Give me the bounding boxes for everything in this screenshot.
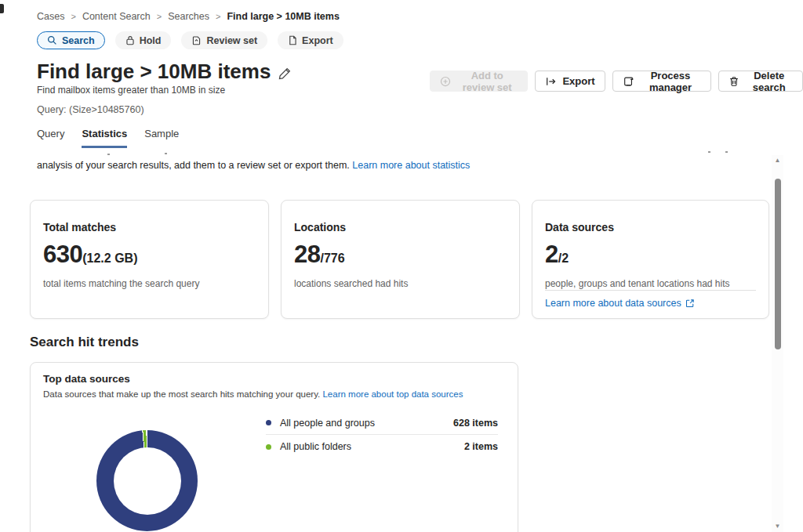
learn-more-top-data-sources-link[interactable]: Learn more about top data sources (322, 389, 463, 399)
clipped-text-remnant (708, 151, 710, 153)
locations-value: 28 /776 (294, 241, 507, 269)
hold-pill-label: Hold (140, 35, 162, 46)
export-button[interactable]: Export (535, 71, 605, 92)
clipped-text-remnant (107, 154, 110, 155)
learn-more-statistics-link[interactable]: Learn more about statistics (352, 160, 470, 171)
tab-sample[interactable]: Sample (144, 128, 179, 148)
legend-label: All public folders (280, 441, 464, 452)
scroll-down-arrow[interactable]: ▼ (772, 521, 783, 532)
locations-title: Locations (294, 221, 507, 233)
statistics-intro-text: analysis of your search results, add the… (37, 160, 350, 171)
page-subtitle: Find mailbox items greater than 10MB in … (37, 85, 225, 96)
legend-label: All people and groups (280, 418, 453, 429)
breadcrumb-searches[interactable]: Searches (168, 11, 209, 22)
data-sources-card: Data sources 2 /2 people, groups and ten… (532, 200, 769, 319)
clipped-text-remnant (165, 153, 167, 154)
total-matches-caption: total items matching the search query (43, 278, 256, 289)
locations-card: Locations 28 /776 locations searched had… (281, 200, 520, 319)
legend-value: 628 items (453, 418, 498, 429)
legend-dot-green (266, 444, 271, 450)
clipped-text-remnant (725, 151, 728, 153)
lock-icon (125, 35, 135, 45)
total-matches-size: (12.2 GB) (82, 252, 137, 266)
add-to-review-set-label: Add to review set (456, 70, 518, 93)
review-set-icon (191, 35, 202, 45)
total-matches-value: 630 (12.2 GB) (43, 241, 256, 269)
export-pill[interactable]: Export (278, 31, 343, 49)
locations-number: 28 (294, 241, 320, 269)
data-sources-caption: people, groups and tenant locations had … (545, 278, 756, 289)
scroll-icon (623, 76, 634, 87)
total-matches-card: Total matches 630 (12.2 GB) total items … (30, 200, 269, 319)
vertical-scrollbar: ▲ ▼ (772, 155, 783, 532)
locations-total: /776 (320, 252, 344, 266)
pill-toolbar: Search Hold Review set Export (37, 31, 343, 49)
scrollbar-thumb[interactable] (775, 179, 781, 349)
donut-chart (96, 430, 198, 531)
scroll-up-arrow[interactable]: ▲ (772, 155, 783, 166)
data-sources-total: /2 (558, 252, 569, 266)
search-pill[interactable]: Search (37, 31, 105, 49)
edit-pencil-icon[interactable] (278, 67, 292, 80)
page-title: Find large > 10MB items (37, 60, 292, 84)
process-manager-button[interactable]: Process manager (612, 71, 712, 92)
total-matches-number: 630 (43, 241, 82, 269)
tab-bar: Query Statistics Sample (37, 128, 179, 148)
legend-row-people-groups[interactable]: All people and groups 628 items (266, 411, 498, 435)
top-data-sources-card: Top data sources Data sources that make … (30, 362, 518, 532)
delete-search-label: Delete search (745, 70, 793, 93)
legend-value: 2 items (464, 441, 498, 452)
data-sources-value: 2 /2 (545, 241, 756, 269)
breadcrumb-separator-icon: > (157, 12, 162, 21)
export-pill-label: Export (302, 35, 333, 46)
total-matches-title: Total matches (43, 221, 256, 233)
top-data-sources-title: Top data sources (43, 373, 505, 385)
top-data-sources-subtitle-text: Data sources that make up the most searc… (43, 389, 320, 399)
legend-dot-blue (266, 420, 271, 425)
trash-icon (729, 76, 739, 87)
data-sources-number: 2 (545, 241, 558, 269)
document-icon (288, 35, 297, 45)
delete-search-button[interactable]: Delete search (718, 71, 803, 92)
tab-statistics[interactable]: Statistics (82, 128, 127, 148)
search-hit-trends-heading: Search hit trends (30, 335, 139, 350)
page-title-text: Find large > 10MB items (37, 60, 271, 84)
review-set-pill-label: Review set (206, 35, 257, 46)
export-button-label: Export (562, 75, 594, 87)
add-circle-icon (440, 76, 451, 87)
breadcrumb-cases[interactable]: Cases (37, 11, 64, 22)
donut-legend: All people and groups 628 items All publ… (266, 411, 498, 458)
external-link-icon (685, 299, 695, 308)
tab-query[interactable]: Query (37, 128, 64, 148)
learn-more-data-sources-link[interactable]: Learn more about data sources (545, 298, 681, 309)
data-sources-title: Data sources (545, 221, 756, 233)
card-divider (545, 290, 756, 291)
top-data-sources-subtitle: Data sources that make up the most searc… (43, 389, 505, 399)
locations-caption: locations searched had hits (294, 278, 507, 289)
left-edge-artifact (0, 4, 4, 13)
add-to-review-set-button: Add to review set (430, 71, 528, 92)
breadcrumb-separator-icon: > (71, 12, 75, 21)
breadcrumb-content-search[interactable]: Content Search (82, 11, 151, 22)
search-pill-label: Search (62, 35, 95, 46)
hold-pill[interactable]: Hold (115, 31, 172, 49)
search-icon (47, 35, 57, 45)
breadcrumb: Cases > Content Search > Searches > Find… (37, 11, 340, 22)
breadcrumb-current: Find large > 10MB items (227, 11, 339, 22)
export-arrow-icon (545, 76, 557, 87)
process-manager-label: Process manager (640, 70, 702, 93)
legend-row-public-folders[interactable]: All public folders 2 items (266, 435, 498, 458)
statistics-intro: analysis of your search results, add the… (37, 160, 470, 171)
query-line: Query: (Size>10485760) (37, 104, 144, 115)
donut-hole (114, 447, 181, 515)
review-set-pill[interactable]: Review set (181, 31, 267, 49)
header-actions: Add to review set Export Process manager… (430, 71, 803, 92)
learn-more-data-sources: Learn more about data sources (545, 298, 695, 309)
breadcrumb-separator-icon: > (216, 12, 220, 21)
